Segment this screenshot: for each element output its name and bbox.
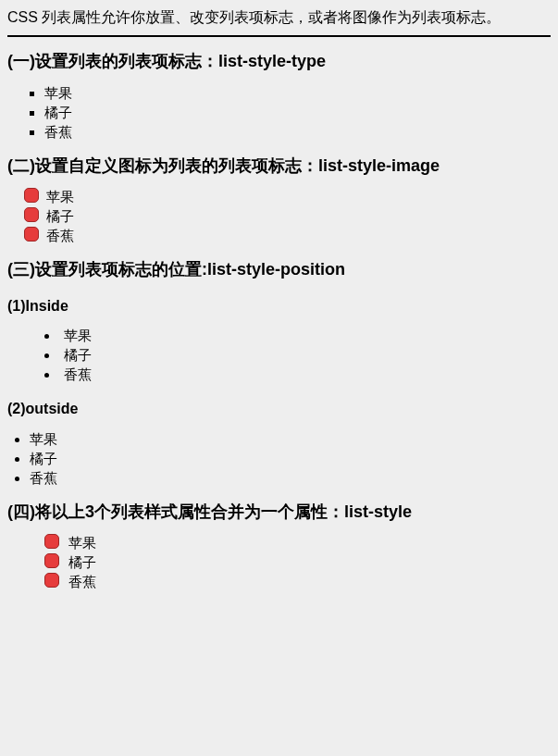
section-3-heading: (三)设置列表项标志的位置:list-style-position bbox=[7, 258, 551, 281]
list-item: 香蕉 bbox=[44, 122, 551, 142]
section-3-sub2-heading: (2)outside bbox=[7, 399, 551, 419]
list-item: 香蕉 bbox=[30, 468, 551, 488]
list-item: 香蕉 bbox=[44, 365, 551, 384]
list-item: 苹果 bbox=[44, 326, 551, 345]
section-2-list: 苹果 橘子 香蕉 bbox=[7, 187, 551, 245]
section-3-sub2-list: 苹果 橘子 香蕉 bbox=[7, 429, 551, 488]
section-4-list: 苹果 橘子 香蕉 bbox=[7, 533, 551, 591]
intro-text: CSS 列表属性允许你放置、改变列表项标志，或者将图像作为列表项标志。 bbox=[7, 7, 551, 28]
divider bbox=[7, 35, 551, 37]
list-item: 苹果 bbox=[24, 187, 551, 206]
section-2-heading: (二)设置自定义图标为列表的列表项标志：list-style-image bbox=[7, 155, 551, 178]
list-item: 橘子 bbox=[30, 449, 551, 468]
list-item: 苹果 bbox=[44, 83, 551, 103]
list-item: 橘子 bbox=[24, 206, 551, 226]
list-item: 苹果 bbox=[30, 429, 551, 449]
section-4-heading: (四)将以上3个列表样式属性合并为一个属性：list-style bbox=[7, 501, 551, 524]
list-item: 苹果 bbox=[44, 533, 551, 552]
list-item: 橘子 bbox=[44, 552, 551, 572]
section-3-sub1-list: 苹果 橘子 香蕉 bbox=[7, 326, 551, 384]
section-1-heading: (一)设置列表的列表项标志：list-style-type bbox=[7, 50, 551, 73]
list-item: 橘子 bbox=[44, 103, 551, 122]
list-item: 香蕉 bbox=[44, 572, 551, 591]
list-item: 香蕉 bbox=[24, 226, 551, 245]
section-1-list: 苹果 橘子 香蕉 bbox=[7, 83, 551, 142]
list-item: 橘子 bbox=[44, 345, 551, 365]
section-3-sub1-heading: (1)Inside bbox=[7, 296, 551, 316]
